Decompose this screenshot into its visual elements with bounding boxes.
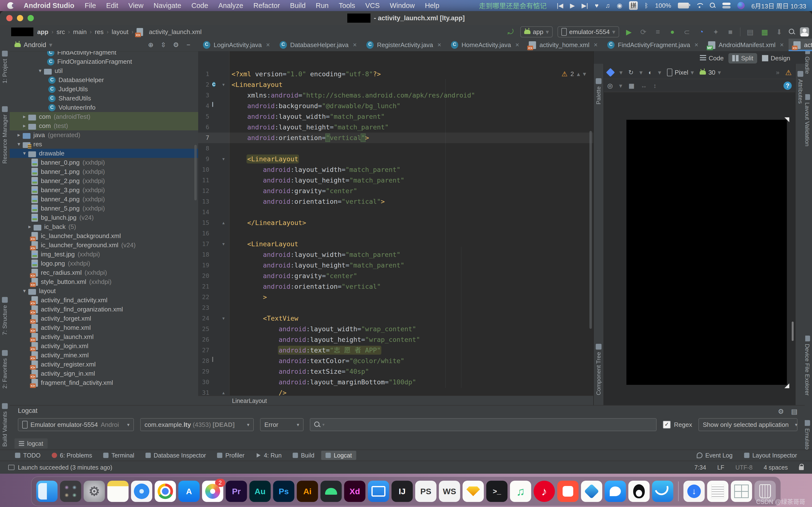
menu-bar-clock[interactable]: 6月13日 周日 10:33	[751, 1, 806, 10]
close-tab-icon[interactable]: ×	[695, 41, 698, 49]
device-picker[interactable]: Pixel▾	[667, 68, 694, 76]
tree-row[interactable]: ▸com(test)	[10, 121, 198, 130]
chevron-expanded-icon[interactable]: ▾	[15, 141, 23, 147]
dock-icon-audition[interactable]: Au	[249, 481, 271, 502]
dock-icon-chrome[interactable]	[155, 481, 176, 502]
sync-project-icon[interactable]: ⤾	[506, 27, 515, 37]
code-line[interactable]: 28 android:textColor="@color/white"	[198, 356, 593, 366]
control-center-icon[interactable]	[722, 3, 730, 8]
code-line[interactable]: 4 android:background="@drawable/bg_lunch…	[198, 101, 593, 111]
profiler-icon[interactable]: ◔	[697, 27, 706, 37]
input-method-icon[interactable]: 拼	[629, 1, 638, 10]
dock-icon-sketch[interactable]	[463, 481, 484, 502]
media-previous-icon[interactable]: |◀	[557, 2, 563, 9]
tree-row[interactable]: FindActivityFragment	[10, 51, 198, 57]
tree-row[interactable]: fragment_find_activity.xml	[10, 378, 198, 387]
search-everywhere-icon[interactable]	[789, 29, 795, 35]
run-configuration-select[interactable]: app▾	[520, 26, 553, 38]
editor-breadcrumb[interactable]: LinearLayout	[198, 395, 593, 405]
tool-window-tab-build[interactable]: Build	[288, 451, 319, 460]
tree-row[interactable]: activity_find_activity.xml	[10, 295, 198, 305]
code-line[interactable]: 7 android:orientation="vertical">	[198, 132, 593, 143]
code-line[interactable]: 22 >	[198, 292, 593, 302]
bluetooth-icon[interactable]: ᛒ	[645, 2, 648, 9]
menu-item[interactable]: Refactor	[248, 2, 285, 10]
code-line[interactable]: 27 android:text="志 愿 者 APP"	[198, 345, 593, 356]
menu-item[interactable]: Edit	[101, 2, 123, 10]
render-warning-icon[interactable]: ⚠	[785, 68, 792, 77]
dock-icon-ps-tile[interactable]: PS	[415, 481, 437, 502]
tree-row[interactable]: SharedUtils	[10, 94, 198, 103]
siri-icon[interactable]	[737, 2, 745, 9]
tree-row[interactable]: ▸com(androidTest)	[10, 112, 198, 121]
battery-icon[interactable]	[678, 3, 689, 8]
dock-icon-photoshop[interactable]: Ps	[273, 481, 294, 502]
fold-marker-icon[interactable]: ▴	[222, 218, 225, 228]
code-line[interactable]: 14	[198, 207, 593, 218]
code-line[interactable]: 25 android:layout_width="wrap_content"	[198, 324, 593, 334]
breadcrumb-item[interactable]: main	[73, 28, 87, 36]
logcat-process-select[interactable]: com.example.lty (4353) [DEAD] ▾	[140, 418, 254, 431]
code-line[interactable]: 2▾<LinearLayout	[198, 79, 593, 90]
media-play-icon[interactable]: ▶	[570, 2, 575, 9]
menu-item[interactable]: Help	[420, 2, 445, 10]
gutter-icon[interactable]	[212, 357, 213, 362]
tool-window-toggle-icon[interactable]	[8, 465, 14, 470]
dock-icon-notes[interactable]	[107, 481, 129, 502]
project-tree-scrollbar[interactable]	[194, 145, 197, 201]
dock-icon-premiere[interactable]: Pr	[226, 481, 247, 502]
hide-panel-icon[interactable]: −	[184, 41, 193, 49]
tree-row[interactable]: ▸java(generated)	[10, 130, 198, 139]
tree-row[interactable]: activity_register.xml	[10, 360, 198, 369]
tool-window-tab-todo[interactable]: TODO	[11, 451, 45, 460]
chevron-collapsed-icon[interactable]: ▸	[20, 123, 28, 129]
chevron-expanded-icon[interactable]: ▾	[20, 150, 28, 157]
dock-icon-youdao[interactable]	[557, 481, 578, 502]
profile-app-icon[interactable]: ✦	[711, 27, 721, 37]
tree-row[interactable]: ▸ic_back(5)	[10, 222, 198, 231]
tool-window-tab-run[interactable]: 4: Run	[251, 451, 286, 460]
code-line[interactable]: 20 android:gravity="center"	[198, 271, 593, 281]
tree-row[interactable]: activity_mine.xml	[10, 350, 198, 360]
close-tab-icon[interactable]: ×	[594, 41, 598, 49]
dock-icon-netease-music[interactable]: ♪	[534, 481, 555, 502]
editor-tab[interactable]: RegisterActivity.java×	[361, 39, 446, 51]
stop-button[interactable]: ■	[725, 27, 735, 37]
code-line[interactable]: 15▴ </LinearLayout>	[198, 218, 593, 228]
tree-row[interactable]: activity_home.xml	[10, 323, 198, 332]
tree-row[interactable]: img_test.jpg(xxhdpi)	[10, 249, 198, 259]
dock-icon-intellij[interactable]: IJ	[392, 481, 413, 502]
code-line[interactable]: 17▾ <LinearLayout	[198, 239, 593, 249]
logcat-device-select[interactable]: Emulator emulator-5554 Androi ▾	[18, 418, 134, 431]
collapse-all-icon[interactable]: ⇳	[158, 41, 168, 49]
code-line[interactable]: 29 android:textSize="40sp"	[198, 366, 593, 377]
fold-marker-icon[interactable]: ▾	[222, 313, 225, 324]
menu-item[interactable]: Tools	[334, 2, 360, 10]
sdk-manager-icon[interactable]: ⬇	[774, 27, 784, 37]
zoom-to-fit-icon[interactable]: ◎	[607, 82, 613, 90]
fold-marker-icon[interactable]: ▾	[222, 79, 225, 90]
wifi-icon[interactable]	[696, 3, 703, 8]
mode-code[interactable]: Code	[696, 53, 727, 63]
menu-item[interactable]: Navigate	[148, 2, 186, 10]
dock-icon-qq-music[interactable]: ♫	[510, 481, 531, 502]
tree-row[interactable]: activity_sign_in.xml	[10, 369, 198, 378]
dock-icon-adobe-xd[interactable]: Xd	[344, 481, 365, 502]
code-line[interactable]: 12 android:gravity="center"	[198, 186, 593, 196]
tool-window-tab-eventlog[interactable]: Event Log	[692, 451, 737, 460]
media-next-icon[interactable]: ▶|	[582, 2, 588, 9]
code-line[interactable]: 24▾ <TextView	[198, 313, 593, 324]
tree-row[interactable]: ▾drawable	[10, 149, 198, 158]
breadcrumb-item[interactable]: src	[57, 28, 65, 36]
close-tab-icon[interactable]: ×	[438, 41, 441, 49]
editor-tab[interactable]: activity_home.xml×	[524, 39, 602, 51]
tree-row[interactable]: VolunteerInfo	[10, 103, 198, 112]
menu-item[interactable]: VCS	[360, 2, 385, 10]
tree-row[interactable]: banner_3.png(xxhdpi)	[10, 185, 198, 194]
chevron-collapsed-icon[interactable]: ▸	[15, 132, 23, 138]
file-encoding[interactable]: UTF-8	[735, 464, 753, 471]
breadcrumb-item[interactable]: layout	[112, 28, 128, 36]
locate-file-icon[interactable]: ⊕	[146, 41, 156, 49]
logcat-search-input[interactable]: ▾	[310, 418, 657, 431]
editor-tab[interactable]: HomeActivity.java×	[446, 39, 524, 51]
